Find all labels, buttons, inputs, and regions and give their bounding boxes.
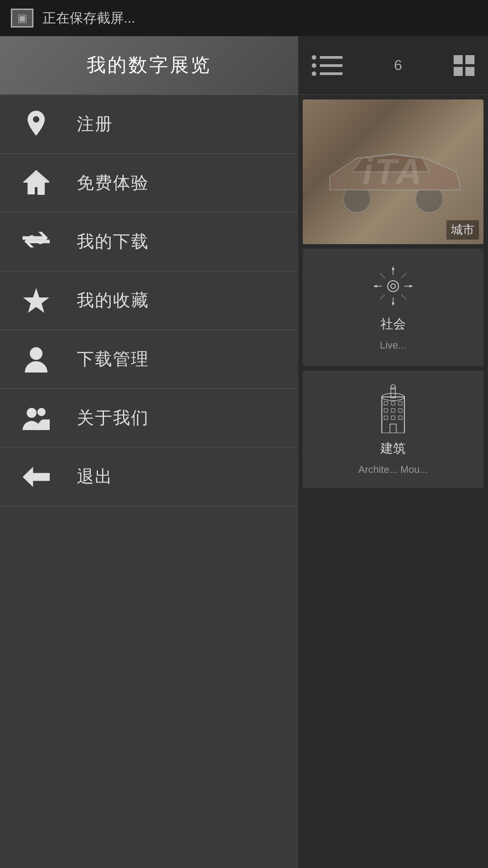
svg-rect-31 xyxy=(399,401,402,405)
arch-subtitle: Archite... Mou... xyxy=(358,464,428,476)
building-icon xyxy=(375,383,411,433)
status-bar: 正在保存截屏... xyxy=(0,0,488,36)
svg-rect-33 xyxy=(391,409,395,412)
menu-list: 注册 免费体验 xyxy=(0,95,298,868)
content-list: iTA 城市 xyxy=(298,95,488,868)
menu-item-about[interactable]: 关于我们 xyxy=(0,389,298,448)
svg-marker-21 xyxy=(392,266,394,270)
svg-marker-23 xyxy=(373,285,377,288)
main-layout: 我的数字展览 注册 xyxy=(0,36,488,868)
star-icon xyxy=(23,287,50,314)
svg-line-18 xyxy=(401,294,406,299)
menu-item-download-mgmt[interactable]: 下载管理 xyxy=(0,330,298,389)
right-header: 6 xyxy=(298,36,488,95)
svg-rect-25 xyxy=(382,397,404,433)
svg-marker-22 xyxy=(392,302,394,306)
svg-marker-4 xyxy=(23,288,49,313)
svg-line-20 xyxy=(380,294,385,299)
svg-rect-34 xyxy=(399,409,402,412)
menu-free-trial-label: 免费体验 xyxy=(77,171,149,194)
item-count: 6 xyxy=(394,57,402,74)
svg-point-5 xyxy=(30,347,42,360)
society-title: 社会 xyxy=(380,316,406,333)
menu-register-label: 注册 xyxy=(77,113,113,136)
svg-rect-29 xyxy=(384,401,388,405)
svg-line-17 xyxy=(380,273,385,278)
svg-point-11 xyxy=(388,281,399,292)
svg-rect-38 xyxy=(390,424,396,433)
user-icon xyxy=(23,346,50,373)
ita-watermark: iTA xyxy=(363,151,424,193)
svg-point-12 xyxy=(391,284,395,288)
menu-item-downloads[interactable]: 我的下载 xyxy=(0,212,298,271)
menu-favorites-label: 我的收藏 xyxy=(77,289,149,312)
users-icon xyxy=(23,405,50,432)
card-architecture[interactable]: 建筑 Archite... Mou... xyxy=(303,371,483,488)
svg-rect-32 xyxy=(384,409,388,412)
menu-downloads-label: 我的下载 xyxy=(77,230,149,253)
screenshot-icon xyxy=(11,9,33,28)
society-subtitle: Live... xyxy=(380,340,407,351)
svg-marker-8 xyxy=(23,467,50,487)
drawer-title: 我的数字展览 xyxy=(87,52,211,78)
menu-logout-label: 退出 xyxy=(77,465,113,488)
menu-item-free-trial[interactable]: 免费体验 xyxy=(0,154,298,212)
sun-compass-icon xyxy=(371,264,416,309)
svg-rect-36 xyxy=(391,416,395,420)
location-pin-icon xyxy=(23,111,50,138)
menu-about-label: 关于我们 xyxy=(77,406,149,429)
svg-marker-24 xyxy=(409,285,413,288)
vintage-car-label: 城市 xyxy=(446,220,479,240)
svg-rect-30 xyxy=(391,401,395,405)
drawer-header: 我的数字展览 xyxy=(0,36,298,95)
list-view-icon[interactable] xyxy=(307,51,347,80)
svg-point-6 xyxy=(27,408,37,418)
status-text: 正在保存截屏... xyxy=(42,9,135,28)
arch-title: 建筑 xyxy=(380,440,406,457)
svg-point-7 xyxy=(38,408,46,416)
menu-item-favorites[interactable]: 我的收藏 xyxy=(0,271,298,330)
drawer-menu: 我的数字展览 注册 xyxy=(0,36,298,868)
transfer-icon xyxy=(23,228,50,255)
svg-line-19 xyxy=(401,273,406,278)
svg-rect-37 xyxy=(399,416,402,420)
menu-item-register[interactable]: 注册 xyxy=(0,95,298,154)
svg-rect-35 xyxy=(384,416,388,420)
card-society[interactable]: 社会 Live... xyxy=(303,249,483,366)
menu-download-mgmt-label: 下载管理 xyxy=(77,348,149,371)
card-vintage-car[interactable]: iTA 城市 xyxy=(303,99,483,244)
grid-view-icon[interactable] xyxy=(449,51,479,80)
svg-point-28 xyxy=(391,385,395,389)
arrow-left-icon xyxy=(23,463,50,491)
home-up-icon xyxy=(23,170,50,197)
menu-item-logout[interactable]: 退出 xyxy=(0,448,298,506)
right-panel: 6 xyxy=(298,36,488,868)
